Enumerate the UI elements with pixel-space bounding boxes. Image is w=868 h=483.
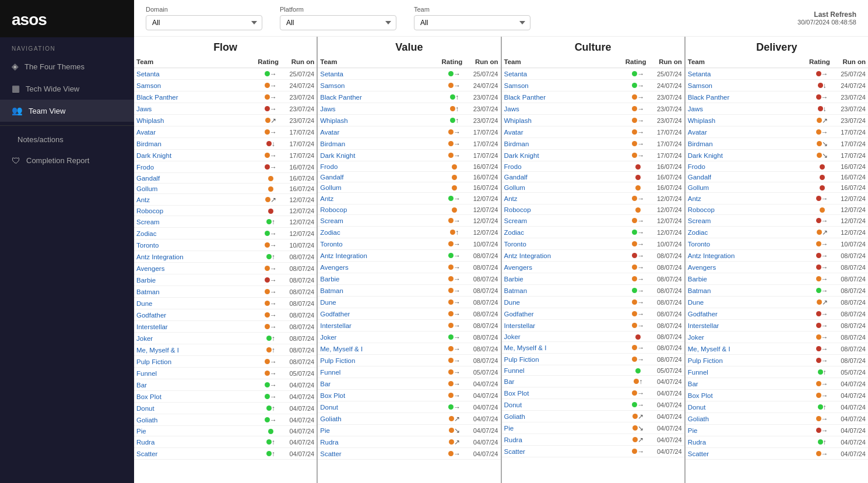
team-name[interactable]: Donut: [688, 404, 706, 411]
team-name[interactable]: Robocop: [136, 207, 163, 214]
team-name[interactable]: Robocop: [504, 206, 531, 213]
team-name[interactable]: Donut: [320, 404, 338, 411]
team-name[interactable]: Jaws: [504, 105, 519, 112]
team-name-cell[interactable]: Pie: [318, 425, 439, 436]
team-name-cell[interactable]: Robocop: [318, 205, 439, 215]
team-name[interactable]: Dark Knight: [688, 152, 723, 159]
team-name-cell[interactable]: Avengers: [686, 262, 807, 273]
team-name-cell[interactable]: Godfather: [686, 308, 807, 320]
team-name[interactable]: Antz: [320, 195, 333, 202]
team-name-cell[interactable]: Avatar: [502, 126, 623, 138]
team-name[interactable]: Joker: [136, 335, 153, 342]
team-name-cell[interactable]: Godfather: [134, 309, 255, 321]
team-name-cell[interactable]: Avengers: [318, 262, 439, 273]
team-name-cell[interactable]: Scatter: [686, 448, 807, 460]
team-name[interactable]: Rudra: [136, 439, 154, 446]
team-name[interactable]: Goliath: [320, 415, 341, 422]
team-name-cell[interactable]: Toronto: [502, 238, 623, 250]
team-name-cell[interactable]: Goliath: [134, 414, 255, 426]
team-name-cell[interactable]: Rudra: [134, 436, 255, 448]
team-name-cell[interactable]: Frodo: [318, 161, 439, 172]
team-name[interactable]: Birdman: [688, 140, 713, 147]
team-name-cell[interactable]: Pie: [502, 422, 623, 434]
team-name-cell[interactable]: Jaws: [318, 103, 439, 115]
team-name-cell[interactable]: Whiplash: [686, 115, 807, 126]
team-name[interactable]: Whiplash: [504, 117, 532, 124]
team-name-cell[interactable]: Scream: [318, 215, 439, 227]
team-name[interactable]: Gandalf: [320, 174, 343, 181]
team-name-cell[interactable]: Donut: [134, 403, 255, 414]
team-name[interactable]: Pulp Fiction: [320, 357, 355, 364]
team-name-cell[interactable]: Setanta: [686, 68, 807, 80]
team-name[interactable]: Pie: [136, 428, 146, 435]
team-name-cell[interactable]: Funnel: [502, 365, 623, 376]
team-name[interactable]: Godfather: [320, 311, 350, 318]
team-name-cell[interactable]: Goliath: [502, 411, 623, 422]
team-name-cell[interactable]: Scatter: [134, 448, 255, 460]
team-name[interactable]: Scream: [320, 217, 343, 224]
team-name-cell[interactable]: Gandalf: [686, 172, 807, 182]
team-name[interactable]: Barbie: [504, 276, 523, 283]
team-name[interactable]: Gandalf: [136, 175, 160, 182]
team-name[interactable]: Black Panther: [320, 94, 362, 101]
team-name[interactable]: Scatter: [136, 450, 157, 457]
team-name-cell[interactable]: Zodiac: [134, 228, 255, 239]
team-name[interactable]: Black Panther: [136, 94, 178, 101]
team-name[interactable]: Frodo: [504, 163, 522, 170]
team-name-cell[interactable]: Zodiac: [686, 227, 807, 238]
team-name-cell[interactable]: Frodo: [502, 161, 623, 172]
team-name-cell[interactable]: Pie: [686, 425, 807, 436]
team-name[interactable]: Samson: [320, 82, 345, 89]
team-name[interactable]: Antz: [504, 195, 518, 202]
team-name[interactable]: Dark Knight: [320, 152, 355, 159]
team-name[interactable]: Scatter: [688, 450, 709, 457]
team-name-cell[interactable]: Bar: [686, 378, 807, 390]
team-name-cell[interactable]: Interstellar: [686, 320, 807, 332]
team-name[interactable]: Rudra: [504, 436, 522, 443]
team-name[interactable]: Barbie: [320, 276, 339, 283]
team-name[interactable]: Jaws: [688, 105, 703, 112]
sidebar-item-tech-wide[interactable]: ▦ Tech Wide View: [0, 77, 134, 100]
team-name[interactable]: Zodiac: [136, 230, 157, 237]
team-name-cell[interactable]: Robocop: [502, 205, 623, 215]
team-name[interactable]: Setanta: [136, 70, 160, 77]
team-name[interactable]: Black Panther: [688, 94, 730, 101]
team-name[interactable]: Dune: [688, 299, 704, 306]
team-name[interactable]: Goliath: [688, 415, 709, 422]
team-name[interactable]: Samson: [688, 82, 712, 89]
team-name-cell[interactable]: Pie: [134, 426, 255, 436]
team-name[interactable]: Pulp Fiction: [136, 358, 171, 365]
team-name-cell[interactable]: Samson: [502, 80, 623, 91]
team-name-cell[interactable]: Scream: [686, 215, 807, 227]
team-name[interactable]: Samson: [136, 82, 161, 89]
team-name-cell[interactable]: Rudra: [686, 436, 807, 448]
team-name[interactable]: Box Plot: [688, 392, 713, 399]
team-name-cell[interactable]: Dune: [318, 297, 439, 308]
team-name[interactable]: Robocop: [688, 206, 715, 213]
team-name-cell[interactable]: Funnel: [686, 366, 807, 378]
team-name[interactable]: Jaws: [136, 105, 152, 112]
team-name[interactable]: Box Plot: [504, 390, 529, 397]
team-name[interactable]: Interstellar: [320, 322, 352, 329]
team-name-cell[interactable]: Antz: [502, 193, 623, 205]
team-name[interactable]: Antz Integration: [504, 252, 551, 259]
team-name-cell[interactable]: Scream: [502, 215, 623, 227]
team-name-cell[interactable]: Setanta: [502, 68, 623, 80]
team-name-cell[interactable]: Antz Integration: [134, 251, 255, 263]
team-name[interactable]: Barbie: [136, 277, 156, 284]
team-name[interactable]: Samson: [504, 82, 529, 89]
team-name[interactable]: Frodo: [320, 163, 338, 170]
team-name-cell[interactable]: Dune: [686, 297, 807, 308]
team-name[interactable]: Scatter: [320, 450, 341, 457]
team-name-cell[interactable]: Funnel: [134, 368, 255, 379]
team-name-cell[interactable]: Barbie: [318, 273, 439, 285]
team-name-cell[interactable]: Dark Knight: [318, 150, 439, 161]
team-name-cell[interactable]: Pulp Fiction: [134, 356, 255, 368]
team-name[interactable]: Dune: [320, 299, 336, 306]
team-name-cell[interactable]: Dune: [502, 297, 623, 308]
team-name[interactable]: Birdman: [136, 140, 161, 147]
team-name[interactable]: Joker: [688, 334, 704, 341]
team-name-cell[interactable]: Dune: [134, 298, 255, 309]
team-name[interactable]: Avatar: [688, 129, 707, 136]
team-name[interactable]: Scream: [688, 217, 711, 224]
